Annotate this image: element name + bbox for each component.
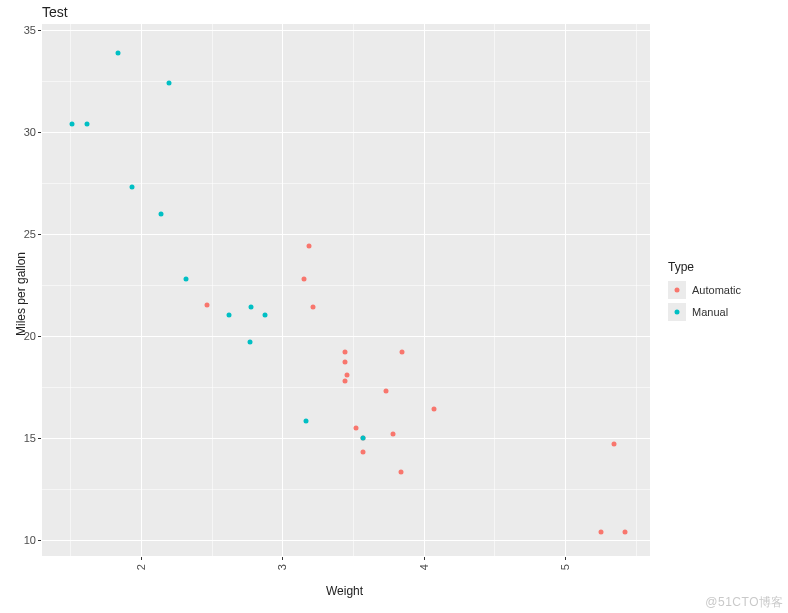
y-tick-mark	[38, 540, 41, 541]
data-point	[399, 350, 404, 355]
x-tick-mark	[282, 557, 283, 560]
y-axis-label: Miles per gallon	[14, 252, 28, 336]
y-tick-label: 10	[6, 534, 36, 546]
y-tick-mark	[38, 30, 41, 31]
data-point	[115, 50, 120, 55]
data-point	[301, 276, 306, 281]
grid-v-minor	[212, 24, 213, 556]
data-point	[158, 211, 163, 216]
data-point	[204, 303, 209, 308]
chart-root: Test 101520253035 2345 Miles per gallon …	[0, 0, 788, 613]
data-point	[342, 360, 347, 365]
legend-key	[668, 281, 686, 299]
x-tick-label: 2	[135, 564, 147, 570]
data-point	[167, 81, 172, 86]
grid-v	[565, 24, 566, 556]
data-point	[360, 435, 365, 440]
grid-h	[42, 30, 650, 31]
data-point	[342, 350, 347, 355]
data-point	[431, 407, 436, 412]
grid-h	[42, 132, 650, 133]
data-point	[262, 313, 267, 318]
legend-dot-icon	[675, 288, 680, 293]
data-point	[226, 313, 231, 318]
legend: Type AutomaticManual	[668, 260, 741, 324]
grid-v-minor	[70, 24, 71, 556]
grid-h	[42, 234, 650, 235]
grid-v	[141, 24, 142, 556]
data-point	[383, 388, 388, 393]
data-point	[390, 431, 395, 436]
legend-title: Type	[668, 260, 741, 274]
y-tick-mark	[38, 336, 41, 337]
data-point	[598, 529, 603, 534]
legend-label: Manual	[692, 306, 728, 318]
data-point	[353, 425, 358, 430]
data-point	[84, 121, 89, 126]
data-point	[310, 305, 315, 310]
data-point	[360, 450, 365, 455]
x-tick-mark	[424, 557, 425, 560]
y-tick-label: 35	[6, 24, 36, 36]
grid-h	[42, 438, 650, 439]
x-tick-label: 3	[276, 564, 288, 570]
y-tick-label: 15	[6, 432, 36, 444]
grid-h-minor	[42, 489, 650, 490]
data-point	[129, 185, 134, 190]
legend-label: Automatic	[692, 284, 741, 296]
data-point	[623, 529, 628, 534]
data-point	[307, 244, 312, 249]
y-tick-label: 30	[6, 126, 36, 138]
grid-h-minor	[42, 387, 650, 388]
y-tick-mark	[38, 438, 41, 439]
legend-key	[668, 303, 686, 321]
watermark-text: @51CTO博客	[705, 594, 784, 611]
legend-item: Automatic	[668, 280, 741, 300]
data-point	[345, 372, 350, 377]
grid-h	[42, 336, 650, 337]
grid-v	[282, 24, 283, 556]
x-tick-mark	[565, 557, 566, 560]
grid-h-minor	[42, 183, 650, 184]
grid-h-minor	[42, 81, 650, 82]
grid-h	[42, 540, 650, 541]
data-point	[184, 276, 189, 281]
y-tick-mark	[38, 132, 41, 133]
grid-v-minor	[636, 24, 637, 556]
legend-item: Manual	[668, 302, 741, 322]
grid-v-minor	[353, 24, 354, 556]
x-tick-label: 4	[418, 564, 430, 570]
data-point	[399, 470, 404, 475]
data-point	[342, 378, 347, 383]
data-point	[249, 305, 254, 310]
y-tick-label: 25	[6, 228, 36, 240]
grid-h-minor	[42, 285, 650, 286]
data-point	[70, 121, 75, 126]
grid-v-minor	[494, 24, 495, 556]
grid-v	[424, 24, 425, 556]
x-tick-label: 5	[559, 564, 571, 570]
chart-title: Test	[42, 4, 68, 20]
data-point	[304, 419, 309, 424]
x-tick-mark	[141, 557, 142, 560]
legend-dot-icon	[675, 310, 680, 315]
y-tick-mark	[38, 234, 41, 235]
data-point	[247, 339, 252, 344]
data-point	[611, 441, 616, 446]
x-axis-label: Weight	[326, 584, 363, 598]
plot-panel	[42, 24, 650, 556]
